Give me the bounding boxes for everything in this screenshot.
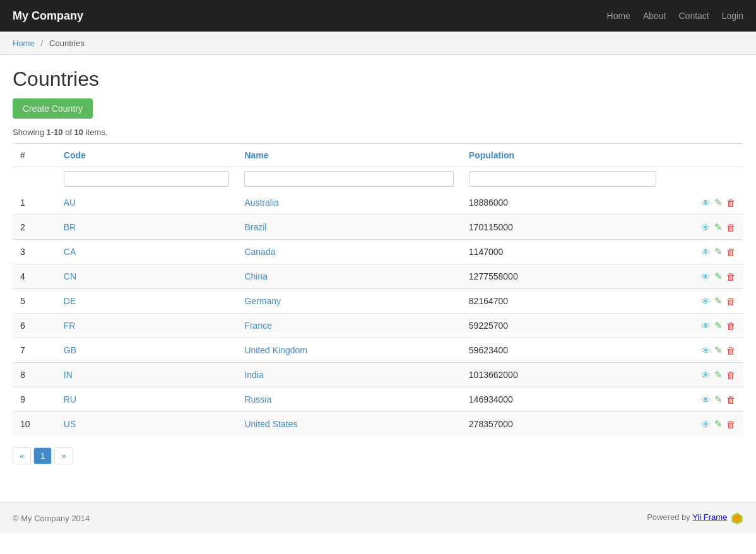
cell-population: 1277558000: [461, 264, 664, 289]
cell-name: United States: [237, 412, 461, 437]
col-name-link[interactable]: Name: [244, 150, 268, 160]
view-icon[interactable]: 👁: [701, 296, 711, 307]
table-filter-row: [13, 167, 743, 191]
view-icon[interactable]: 👁: [701, 345, 711, 356]
filter-code-cell: [56, 167, 237, 191]
cell-num: 10: [13, 412, 56, 437]
table-row: 8INIndia1013662000👁✎🗑: [13, 363, 743, 387]
cell-code-link[interactable]: DE: [64, 296, 76, 306]
filter-population-input[interactable]: [469, 171, 656, 187]
edit-icon[interactable]: ✎: [714, 295, 723, 307]
view-icon[interactable]: 👁: [701, 321, 711, 331]
view-icon[interactable]: 👁: [701, 394, 711, 405]
cell-code-link[interactable]: RU: [64, 394, 76, 404]
create-country-button[interactable]: Create Country: [13, 98, 93, 119]
cell-population: 146934000: [461, 387, 664, 412]
col-population-link[interactable]: Population: [469, 150, 514, 160]
cell-code: BR: [56, 215, 237, 240]
cell-name-link[interactable]: United Kingdom: [244, 345, 307, 355]
view-icon[interactable]: 👁: [701, 370, 711, 380]
cell-name: United Kingdom: [237, 338, 461, 363]
table-body: 1AUAustralia18886000👁✎🗑2BRBrazil17011500…: [13, 191, 743, 436]
delete-icon[interactable]: 🗑: [726, 345, 736, 356]
table-row: 6FRFrance59225700👁✎🗑: [13, 314, 743, 338]
col-code-link[interactable]: Code: [64, 150, 86, 160]
cell-name: India: [237, 363, 461, 387]
edit-icon[interactable]: ✎: [714, 197, 723, 208]
view-icon[interactable]: 👁: [701, 247, 711, 257]
cell-num: 4: [13, 264, 56, 289]
navbar-link-contact[interactable]: Contact: [678, 11, 709, 21]
cell-num: 1: [13, 191, 56, 215]
delete-icon[interactable]: 🗑: [726, 296, 736, 307]
cell-code: IN: [56, 363, 237, 387]
breadcrumb: Home / Countries: [0, 32, 756, 55]
edit-icon[interactable]: ✎: [714, 271, 723, 282]
cell-population: 18886000: [461, 191, 664, 215]
footer-yii-link[interactable]: Yii Frame: [692, 512, 727, 522]
delete-icon[interactable]: 🗑: [726, 370, 736, 380]
cell-name-link[interactable]: France: [244, 321, 272, 331]
cell-code-link[interactable]: GB: [64, 345, 76, 355]
pagination-next[interactable]: »: [54, 447, 73, 464]
delete-icon[interactable]: 🗑: [726, 247, 736, 257]
pagination: « 1 »: [13, 447, 743, 464]
cell-name: Australia: [237, 191, 461, 215]
table-header-row: # Code Name Population: [13, 144, 743, 167]
cell-code-link[interactable]: CA: [64, 247, 76, 257]
navbar-brand[interactable]: My Company: [13, 9, 83, 23]
cell-actions: 👁✎🗑: [664, 363, 743, 387]
delete-icon[interactable]: 🗑: [726, 197, 736, 208]
filter-code-input[interactable]: [64, 171, 230, 187]
cell-name-link[interactable]: Canada: [244, 247, 275, 257]
filter-name-input[interactable]: [244, 171, 453, 187]
footer: © My Company 2014 Powered by Yii Frame: [0, 502, 756, 533]
view-icon[interactable]: 👁: [701, 419, 711, 430]
cell-name: China: [237, 264, 461, 289]
navbar-link-login[interactable]: Login: [722, 11, 743, 21]
pagination-page-1[interactable]: 1: [33, 447, 52, 464]
edit-icon[interactable]: ✎: [714, 345, 723, 356]
view-icon[interactable]: 👁: [701, 197, 711, 208]
cell-name-link[interactable]: Germany: [244, 296, 281, 306]
cell-name-link[interactable]: China: [244, 271, 268, 281]
cell-actions: 👁✎🗑: [664, 191, 743, 215]
edit-icon[interactable]: ✎: [714, 418, 723, 430]
cell-name-link[interactable]: India: [244, 370, 263, 380]
cell-code: GB: [56, 338, 237, 363]
delete-icon[interactable]: 🗑: [726, 321, 736, 331]
pagination-prev[interactable]: «: [13, 447, 31, 464]
cell-code-link[interactable]: IN: [64, 370, 73, 380]
edit-icon[interactable]: ✎: [714, 246, 723, 257]
cell-name-link[interactable]: Russia: [244, 394, 271, 404]
edit-icon[interactable]: ✎: [714, 221, 723, 233]
cell-code-link[interactable]: AU: [64, 197, 76, 208]
breadcrumb-home[interactable]: Home: [13, 38, 35, 48]
filter-num: [13, 167, 56, 191]
cell-code-link[interactable]: CN: [64, 271, 76, 281]
edit-icon[interactable]: ✎: [714, 394, 723, 405]
navbar-link-about[interactable]: About: [643, 11, 666, 21]
view-icon[interactable]: 👁: [701, 222, 711, 233]
cell-code-link[interactable]: US: [64, 419, 76, 429]
delete-icon[interactable]: 🗑: [726, 419, 736, 430]
delete-icon[interactable]: 🗑: [726, 271, 736, 282]
delete-icon[interactable]: 🗑: [726, 394, 736, 405]
edit-icon[interactable]: ✎: [714, 320, 723, 331]
edit-icon[interactable]: ✎: [714, 369, 723, 380]
cell-name-link[interactable]: Australia: [244, 197, 278, 208]
col-code: Code: [56, 144, 237, 167]
view-icon[interactable]: 👁: [701, 271, 711, 282]
cell-num: 9: [13, 387, 56, 412]
cell-code-link[interactable]: FR: [64, 321, 76, 331]
cell-name: Germany: [237, 289, 461, 314]
delete-icon[interactable]: 🗑: [726, 222, 736, 233]
col-population: Population: [461, 144, 664, 167]
col-num: #: [13, 144, 56, 167]
cell-population: 1147000: [461, 240, 664, 264]
cell-code-link[interactable]: BR: [64, 222, 76, 232]
cell-name-link[interactable]: Brazil: [244, 222, 266, 232]
navbar-link-home[interactable]: Home: [607, 11, 630, 21]
cell-name-link[interactable]: United States: [244, 419, 297, 429]
table-row: 2BRBrazil170115000👁✎🗑: [13, 215, 743, 240]
